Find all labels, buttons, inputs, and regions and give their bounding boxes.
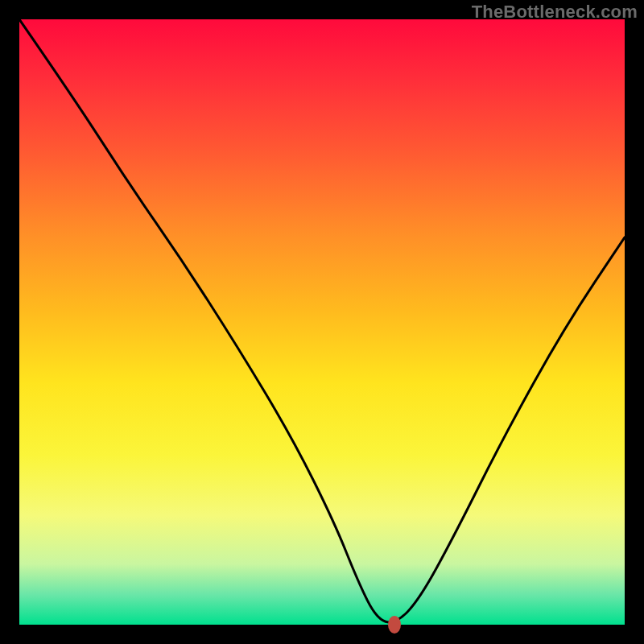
chart-frame: TheBottleneck.com bbox=[0, 0, 644, 644]
optimum-marker bbox=[388, 616, 401, 634]
bottleneck-curve bbox=[19, 19, 625, 622]
curve-layer bbox=[19, 19, 625, 625]
plot-area bbox=[19, 19, 625, 625]
